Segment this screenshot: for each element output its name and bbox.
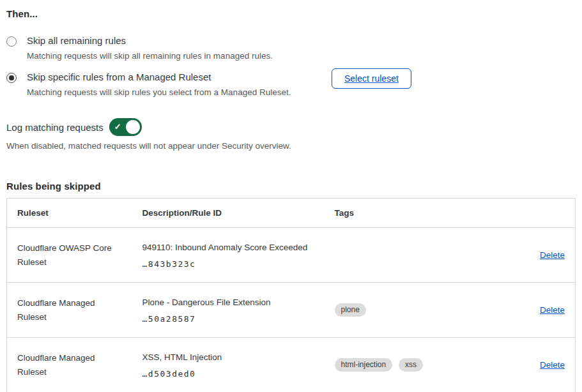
rule-action-cell: Delete bbox=[460, 338, 576, 392]
ruleset-name: Cloudflare Managed Ruleset bbox=[7, 338, 132, 392]
column-header-ruleset: Ruleset bbox=[7, 199, 132, 228]
table-row: Cloudflare Managed Ruleset Plone - Dange… bbox=[7, 283, 576, 338]
rules-being-skipped-heading: Rules being skipped bbox=[6, 181, 576, 192]
log-matching-requests-row: Log matching requests ✓ bbox=[6, 118, 576, 136]
column-header-actions bbox=[460, 199, 576, 228]
column-header-tags: Tags bbox=[325, 199, 460, 228]
toggle-knob bbox=[126, 120, 140, 134]
rule-tags-cell bbox=[325, 228, 460, 283]
ruleset-name: Cloudflare OWASP Core Ruleset bbox=[7, 228, 132, 283]
log-matching-requests-label: Log matching requests bbox=[6, 122, 103, 133]
select-ruleset-button[interactable]: Select ruleset bbox=[332, 68, 411, 89]
option-skip-all-label[interactable]: Skip all remaining rules bbox=[27, 34, 273, 47]
rule-tags-cell: html-injection xss bbox=[325, 338, 460, 392]
log-toggle-description: When disabled, matched requests will not… bbox=[6, 141, 576, 151]
then-heading: Then... bbox=[6, 8, 576, 19]
option-text: Skip specific rules from a Managed Rules… bbox=[27, 71, 291, 98]
table-row: Cloudflare OWASP Core Ruleset 949110: In… bbox=[7, 228, 576, 283]
rule-description: Plone - Dangerous File Extension bbox=[142, 297, 314, 308]
action-options: Skip all remaining rules Matching reques… bbox=[6, 34, 576, 98]
radio-skip-all-rules[interactable] bbox=[6, 36, 17, 47]
rule-description: XSS, HTML Injection bbox=[142, 352, 314, 363]
rule-id: …d503ded0 bbox=[142, 369, 314, 379]
rule-action-cell: Delete bbox=[460, 283, 576, 338]
tag-badge: plone bbox=[335, 303, 366, 317]
rule-description: 949110: Inbound Anomaly Score Exceeded bbox=[142, 242, 314, 253]
check-icon: ✓ bbox=[114, 123, 121, 131]
rule-description-cell: XSS, HTML Injection …d503ded0 bbox=[132, 338, 325, 392]
delete-link[interactable]: Delete bbox=[540, 360, 565, 370]
option-text: Skip all remaining rules Matching reques… bbox=[27, 34, 273, 61]
rule-id: …50a28587 bbox=[142, 314, 314, 324]
rule-action-cell: Delete bbox=[460, 228, 576, 283]
radio-skip-specific-rules[interactable] bbox=[6, 73, 17, 83]
column-header-description-rule-id: Description/Rule ID bbox=[132, 199, 325, 228]
ruleset-name: Cloudflare Managed Ruleset bbox=[7, 283, 132, 338]
rule-description-cell: 949110: Inbound Anomaly Score Exceeded …… bbox=[132, 228, 325, 283]
rule-tags-cell: plone bbox=[325, 283, 460, 338]
log-toggle[interactable]: ✓ bbox=[109, 118, 142, 136]
rules-being-skipped-table: Ruleset Description/Rule ID Tags Cloudfl… bbox=[6, 198, 576, 392]
table-header-row: Ruleset Description/Rule ID Tags bbox=[7, 199, 576, 228]
rule-id: …843b323c bbox=[142, 259, 314, 269]
rule-description-cell: Plone - Dangerous File Extension …50a285… bbox=[132, 283, 325, 338]
option-skip-all-rules: Skip all remaining rules Matching reques… bbox=[6, 34, 576, 61]
delete-link[interactable]: Delete bbox=[540, 250, 565, 260]
option-skip-specific-label[interactable]: Skip specific rules from a Managed Rules… bbox=[27, 71, 291, 84]
option-skip-all-description: Matching requests will skip all remainin… bbox=[27, 50, 273, 61]
tag-badge: html-injection bbox=[335, 358, 393, 372]
delete-link[interactable]: Delete bbox=[540, 305, 565, 315]
option-skip-specific-description: Matching requests will skip rules you se… bbox=[27, 87, 291, 98]
table-row: Cloudflare Managed Ruleset XSS, HTML Inj… bbox=[7, 338, 576, 392]
option-skip-specific-rules: Skip specific rules from a Managed Rules… bbox=[6, 71, 576, 98]
waf-exception-panel: Then... Skip all remaining rules Matchin… bbox=[0, 0, 582, 392]
tag-badge: xss bbox=[399, 358, 423, 372]
